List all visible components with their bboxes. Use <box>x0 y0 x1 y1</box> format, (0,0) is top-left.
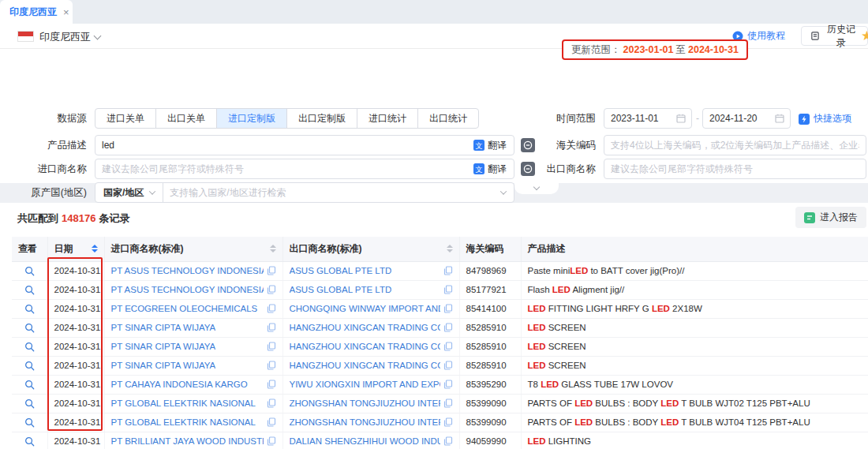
exporter-name-input[interactable] <box>604 160 866 178</box>
copy-icon[interactable] <box>443 380 453 389</box>
importer-name-input[interactable] <box>95 160 466 178</box>
exporter-link[interactable]: ZHONGSHAN TONGJIUZHOU INTERNA... <box>290 398 440 408</box>
importer-link[interactable]: PT ECOGREEN OLEOCHEMICALS <box>111 304 258 313</box>
table-row: 2024-10-31PT SINAR CIPTA WIJAYAHANGZHOU … <box>12 337 868 356</box>
exporter-link[interactable]: HANGZHOU XINGCAN TRADING CO LTD <box>290 323 440 332</box>
copy-icon[interactable] <box>443 285 453 294</box>
importer-link[interactable]: PT ASUS TECHNOLOGY INDONESIA BA... <box>111 266 264 275</box>
importer-name-label: 进口商名称 <box>12 159 87 179</box>
table-row: 2024-10-31PT ASUS TECHNOLOGY INDONESIA B… <box>12 261 868 280</box>
collapse-panel-handle[interactable] <box>514 183 559 194</box>
keyword-highlight: LED <box>570 266 588 275</box>
copy-icon[interactable] <box>443 398 453 408</box>
translate-button[interactable]: 文 翻译 <box>466 139 514 152</box>
favorite-star-icon[interactable]: ★ <box>861 28 868 44</box>
exporter-link[interactable]: HANGZHOU XINGCAN TRADING CO LTD <box>290 342 440 351</box>
view-magnifier-icon[interactable] <box>24 361 35 371</box>
country-title[interactable]: 印度尼西亚 <box>39 30 91 44</box>
enter-report-button[interactable]: 进入报告 <box>795 207 866 228</box>
copy-icon[interactable] <box>443 342 453 351</box>
chevron-down-icon[interactable] <box>500 188 507 194</box>
view-magnifier-icon[interactable] <box>24 304 35 314</box>
sort-icon-importer[interactable] <box>270 245 276 253</box>
datasource-tab[interactable]: 进口定制版 <box>217 109 287 128</box>
copy-icon[interactable] <box>267 342 276 351</box>
copy-icon[interactable] <box>267 323 276 332</box>
keyword-highlight: LED <box>528 361 546 370</box>
results-table: 查看 日期 进口商名称(标准) 出口商名称(标准) 海关编码 产品描述 2024… <box>12 237 868 449</box>
table-header-row: 查看 日期 进口商名称(标准) 出口商名称(标准) 海关编码 产品描述 <box>12 237 868 261</box>
copy-icon[interactable] <box>267 304 276 313</box>
calendar-icon[interactable] <box>676 114 691 123</box>
copy-icon[interactable] <box>267 417 276 427</box>
row-product-desc: LED SCREEN <box>528 361 586 370</box>
copy-icon[interactable] <box>267 398 276 408</box>
chevron-down-icon[interactable] <box>94 32 102 40</box>
product-desc-input[interactable] <box>95 137 466 154</box>
exporter-link[interactable]: HANGZHOU XINGCAN TRADING CO LTD <box>290 361 440 370</box>
importer-link[interactable]: PT SINAR CIPTA WIJAYA <box>111 323 216 332</box>
datasource-tab[interactable]: 出口关单 <box>156 109 217 128</box>
start-date-input[interactable] <box>604 110 676 127</box>
view-magnifier-icon[interactable] <box>24 380 35 390</box>
view-magnifier-icon[interactable] <box>24 398 35 409</box>
copy-icon[interactable] <box>267 436 276 446</box>
exporter-link[interactable]: CHONGQING WINWAY IMPORT AND E... <box>290 304 440 313</box>
quick-options-label: 快捷选项 <box>814 112 851 125</box>
translate-button[interactable]: 文 翻译 <box>466 163 514 176</box>
origin-search-input[interactable] <box>163 184 501 201</box>
product-desc-input-wrap: 文 翻译 <box>95 135 514 155</box>
exporter-link[interactable]: DALIAN SHENGZHIHUI WOOD INDUST... <box>290 436 440 446</box>
exporter-link[interactable]: ASUS GLOBAL PTE LTD <box>290 285 392 294</box>
calendar-icon[interactable] <box>775 114 790 123</box>
importer-link[interactable]: PT ASUS TECHNOLOGY INDONESIA BA... <box>111 285 264 294</box>
history-button[interactable]: 历史记录 <box>801 26 868 46</box>
row-hs-code: 85399090 <box>466 398 507 408</box>
importer-link[interactable]: PT SINAR CIPTA WIJAYA <box>111 361 216 370</box>
sort-icon-exporter[interactable] <box>447 245 453 253</box>
view-magnifier-icon[interactable] <box>24 417 35 428</box>
view-magnifier-icon[interactable] <box>24 323 35 333</box>
exporter-link[interactable]: ASUS GLOBAL PTE LTD <box>290 266 392 275</box>
datasource-tab[interactable]: 进口统计 <box>357 109 418 128</box>
end-date-input-wrap <box>702 108 791 129</box>
importer-link[interactable]: PT CAHAYA INDONESIA KARGO <box>111 380 248 389</box>
browser-tab-bar: 印度尼西亚 × <box>0 0 868 24</box>
copy-icon[interactable] <box>443 361 453 370</box>
copy-icon[interactable] <box>267 285 276 294</box>
copy-icon[interactable] <box>443 417 453 427</box>
keyword-highlight: LED <box>574 417 593 427</box>
view-magnifier-icon[interactable] <box>24 285 35 295</box>
copy-icon[interactable] <box>267 380 276 389</box>
copy-icon[interactable] <box>443 323 453 332</box>
datasource-tab[interactable]: 进口关单 <box>95 109 156 128</box>
copy-icon[interactable] <box>267 266 276 275</box>
view-magnifier-icon[interactable] <box>24 266 35 276</box>
row-date: 2024-10-31 <box>54 380 101 389</box>
end-date-input[interactable] <box>703 110 775 127</box>
importer-link[interactable]: PT GLOBAL ELEKTRIK NASIONAL <box>111 398 256 408</box>
datasource-tab[interactable]: 出口统计 <box>418 109 478 128</box>
row-date: 2024-10-31 <box>54 285 101 294</box>
importer-link[interactable]: PT GLOBAL ELEKTRIK NASIONAL <box>111 417 256 427</box>
sort-icon-date[interactable] <box>92 245 98 253</box>
copy-icon[interactable] <box>443 436 453 446</box>
copy-icon[interactable] <box>267 361 276 370</box>
importer-link[interactable]: PT BRILLIANT JAYA WOOD INDUSTRY <box>111 436 264 446</box>
exporter-link[interactable]: YIWU XIONGXIN IMPORT AND EXPORT... <box>290 380 440 389</box>
tab-title: 印度尼西亚 <box>9 6 57 19</box>
origin-select[interactable]: 国家/地区 <box>95 183 163 202</box>
hs-code-input[interactable] <box>604 137 866 154</box>
copy-icon[interactable] <box>443 266 453 275</box>
tab-close-icon[interactable]: × <box>63 7 69 17</box>
importer-link[interactable]: PT SINAR CIPTA WIJAYA <box>111 342 216 351</box>
exporter-link[interactable]: ZHONGSHAN TONGJIUZHOU INTERNA... <box>290 417 440 427</box>
view-magnifier-icon[interactable] <box>24 342 35 352</box>
quick-options-link[interactable]: 快捷选项 <box>799 112 851 125</box>
copy-icon[interactable] <box>443 304 453 313</box>
view-magnifier-icon[interactable] <box>24 436 35 447</box>
datasource-tab[interactable]: 出口定制版 <box>287 109 357 128</box>
row-product-desc: Flash LED Aligment jig// <box>528 285 625 294</box>
keyword-highlight: LED <box>652 304 670 313</box>
tab-indonesia[interactable]: 印度尼西亚 × <box>0 0 73 24</box>
